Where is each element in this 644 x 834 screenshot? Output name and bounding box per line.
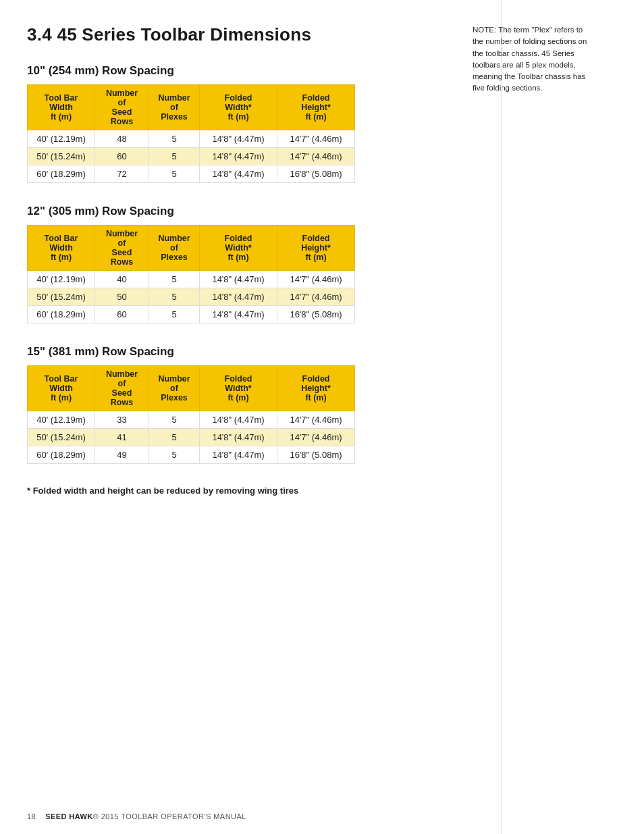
tbody-12in: 40' (12.19m)40514'8" (4.47m)14'7" (4.46m… (28, 271, 355, 323)
section-10in-heading: 10" (254 mm) Row Spacing (27, 64, 432, 78)
page-layout: 3.4 45 Series Toolbar Dimensions 10" (25… (0, 0, 644, 834)
table-cell: 5 (149, 446, 200, 464)
th-num-seed-2: NumberofSeed Rows (95, 366, 149, 411)
table-cell: 50' (15.24m) (28, 288, 95, 306)
table-cell: 50 (95, 288, 149, 306)
th-num-seed-0: NumberofSeed Rows (95, 85, 149, 130)
table-cell: 16'8" (5.08m) (277, 306, 355, 323)
table-cell: 41 (95, 429, 149, 446)
table-cell: 14'8" (4.47m) (200, 288, 277, 306)
table-cell: 72 (95, 165, 149, 183)
table-cell: 16'8" (5.08m) (277, 165, 355, 183)
table-cell: 14'7" (4.46m) (277, 130, 355, 148)
page-title: 3.4 45 Series Toolbar Dimensions (27, 24, 432, 45)
table-cell: 40' (12.19m) (28, 130, 95, 148)
table-row: 40' (12.19m)48514'8" (4.47m)14'7" (4.46m… (28, 130, 355, 148)
table-cell: 50' (15.24m) (28, 148, 95, 165)
table-cell: 14'8" (4.47m) (200, 306, 277, 323)
vertical-divider (502, 0, 502, 834)
table-cell: 5 (149, 411, 200, 429)
table-15in: Tool BarWidthft (m) NumberofSeed Rows Nu… (27, 365, 355, 464)
th-num-plex-1: NumberofPlexes (149, 226, 200, 271)
table-10in: Tool BarWidthft (m) NumberofSeed Rows Nu… (27, 84, 355, 183)
table-cell: 5 (149, 429, 200, 446)
footer-subtitle: 2015 TOOLBAR OPERATOR'S MANUAL (99, 812, 246, 820)
table-row: 40' (12.19m)40514'8" (4.47m)14'7" (4.46m… (28, 271, 355, 288)
table-row: 50' (15.24m)50514'8" (4.47m)14'7" (4.46m… (28, 288, 355, 306)
table-cell: 40' (12.19m) (28, 411, 95, 429)
th-fold-width-2: FoldedWidth*ft (m) (200, 366, 277, 411)
footer-trademark: ® (93, 812, 99, 820)
table-cell: 5 (149, 148, 200, 165)
section-12in-heading: 12" (305 mm) Row Spacing (27, 205, 432, 218)
table-cell: 5 (149, 165, 200, 183)
th-seed-rows-0: Seed Rows (111, 107, 133, 126)
table-cell: 5 (149, 306, 200, 323)
table-row: 40' (12.19m)33514'8" (4.47m)14'7" (4.46m… (28, 411, 355, 429)
table-row: 50' (15.24m)41514'8" (4.47m)14'7" (4.46m… (28, 429, 355, 446)
table-12in: Tool BarWidthft (m) NumberofSeed Rows Nu… (27, 225, 355, 323)
th-ft-m-0: ft (m) (51, 112, 72, 122)
main-content: 3.4 45 Series Toolbar Dimensions 10" (25… (0, 0, 459, 834)
footer-brand: SEED HAWK (45, 812, 93, 820)
table-cell: 60 (95, 306, 149, 323)
section-12in: 12" (305 mm) Row Spacing Tool BarWidthft… (27, 205, 432, 323)
section-15in: 15" (381 mm) Row Spacing Tool BarWidthft… (27, 345, 432, 464)
table-cell: 60 (95, 148, 149, 165)
table-cell: 14'7" (4.46m) (277, 288, 355, 306)
th-fold-height-1: FoldedHeight*ft (m) (277, 226, 355, 271)
th-fold-height-2: FoldedHeight*ft (m) (277, 366, 355, 411)
footer-page-number: 18 (27, 812, 36, 820)
table-row: 60' (18.29m)60514'8" (4.47m)16'8" (5.08m… (28, 306, 355, 323)
table-cell: 14'8" (4.47m) (200, 271, 277, 288)
table-row: 50' (15.24m)60514'8" (4.47m)14'7" (4.46m… (28, 148, 355, 165)
th-tool-bar-0: Tool BarWidthft (m) (28, 85, 95, 130)
th-fold-width-1: FoldedWidth*ft (m) (200, 226, 277, 271)
table-cell: 49 (95, 446, 149, 464)
th-fold-width-0: FoldedWidth*ft (m) (200, 85, 277, 130)
table-cell: 50' (15.24m) (28, 429, 95, 446)
table-cell: 14'7" (4.46m) (277, 271, 355, 288)
table-cell: 14'8" (4.47m) (200, 446, 277, 464)
table-cell: 14'8" (4.47m) (200, 429, 277, 446)
table-cell: 14'8" (4.47m) (200, 130, 277, 148)
table-cell: 33 (95, 411, 149, 429)
sidebar-note: NOTE: The term "Plex" refers to the numb… (473, 24, 587, 95)
table-cell: 14'8" (4.47m) (200, 165, 277, 183)
table-cell: 14'7" (4.46m) (277, 148, 355, 165)
table-cell: 14'8" (4.47m) (200, 148, 277, 165)
table-cell: 48 (95, 130, 149, 148)
table-cell: 40 (95, 271, 149, 288)
table-cell: 40' (12.19m) (28, 271, 95, 288)
th-tool-bar-1: Tool BarWidthft (m) (28, 226, 95, 271)
table-cell: 5 (149, 288, 200, 306)
table-cell: 5 (149, 130, 200, 148)
th-fold-height-0: FoldedHeight*ft (m) (277, 85, 355, 130)
table-row: 60' (18.29m)49514'8" (4.47m)16'8" (5.08m… (28, 446, 355, 464)
tbody-10in: 40' (12.19m)48514'8" (4.47m)14'7" (4.46m… (28, 130, 355, 183)
table-cell: 14'7" (4.46m) (277, 429, 355, 446)
table-cell: 60' (18.29m) (28, 165, 95, 183)
section-10in: 10" (254 mm) Row Spacing Tool BarWidthft… (27, 64, 432, 183)
table-cell: 5 (149, 271, 200, 288)
th-num-seed-1: NumberofSeed Rows (95, 226, 149, 271)
table-cell: 14'7" (4.46m) (277, 411, 355, 429)
footnote: * Folded width and height can be reduced… (27, 486, 432, 496)
tbody-15in: 40' (12.19m)33514'8" (4.47m)14'7" (4.46m… (28, 411, 355, 464)
th-tool-bar-2: Tool BarWidthft (m) (28, 366, 95, 411)
footer: 18 SEED HAWK® 2015 TOOLBAR OPERATOR'S MA… (27, 812, 246, 820)
table-row: 60' (18.29m)72514'8" (4.47m)16'8" (5.08m… (28, 165, 355, 183)
th-num-plex-0: NumberofPlexes (149, 85, 200, 130)
table-cell: 60' (18.29m) (28, 446, 95, 464)
section-15in-heading: 15" (381 mm) Row Spacing (27, 345, 432, 359)
table-cell: 60' (18.29m) (28, 306, 95, 323)
sidebar: NOTE: The term "Plex" refers to the numb… (459, 0, 601, 834)
table-cell: 14'8" (4.47m) (200, 411, 277, 429)
table-cell: 16'8" (5.08m) (277, 446, 355, 464)
th-num-plex-2: NumberofPlexes (149, 366, 200, 411)
